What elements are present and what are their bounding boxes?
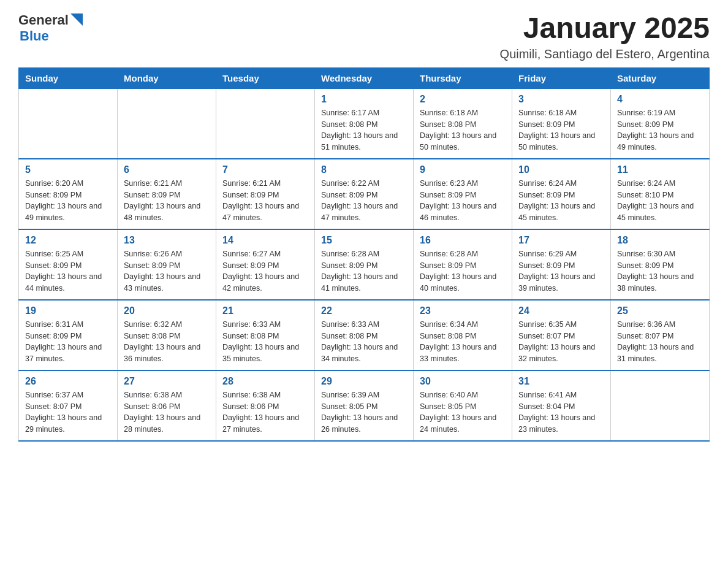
day-info: Sunrise: 6:21 AMSunset: 8:09 PMDaylight:… [124, 178, 210, 224]
calendar-cell-w4-d1: 19Sunrise: 6:31 AMSunset: 8:09 PMDayligh… [19, 300, 118, 370]
day-info: Sunrise: 6:33 AMSunset: 8:08 PMDaylight:… [321, 319, 407, 365]
calendar-cell-w2-d2: 6Sunrise: 6:21 AMSunset: 8:09 PMDaylight… [118, 159, 216, 229]
day-info: Sunrise: 6:32 AMSunset: 8:08 PMDaylight:… [124, 319, 210, 365]
day-number: 19 [25, 305, 111, 316]
day-number: 28 [222, 376, 308, 387]
day-info: Sunrise: 6:40 AMSunset: 8:05 PMDaylight:… [420, 389, 506, 435]
day-number: 1 [321, 94, 407, 105]
day-info: Sunrise: 6:37 AMSunset: 8:07 PMDaylight:… [25, 389, 111, 435]
day-info: Sunrise: 6:17 AMSunset: 8:08 PMDaylight:… [321, 107, 407, 153]
calendar-cell-w1-d1 [19, 88, 118, 159]
day-number: 20 [124, 305, 210, 316]
day-number: 14 [222, 235, 308, 246]
calendar-cell-w3-d4: 15Sunrise: 6:28 AMSunset: 8:09 PMDayligh… [315, 229, 414, 300]
calendar-cell-w1-d5: 2Sunrise: 6:18 AMSunset: 8:08 PMDaylight… [414, 88, 512, 159]
day-info: Sunrise: 6:41 AMSunset: 8:04 PMDaylight:… [518, 389, 604, 435]
calendar-week-4: 19Sunrise: 6:31 AMSunset: 8:09 PMDayligh… [19, 300, 710, 370]
svg-marker-0 [70, 13, 83, 26]
day-info: Sunrise: 6:36 AMSunset: 8:07 PMDaylight:… [617, 319, 703, 365]
calendar-cell-w2-d1: 5Sunrise: 6:20 AMSunset: 8:09 PMDaylight… [19, 159, 118, 229]
day-number: 13 [124, 235, 210, 246]
calendar-cell-w2-d4: 8Sunrise: 6:22 AMSunset: 8:09 PMDaylight… [315, 159, 414, 229]
day-number: 2 [420, 94, 506, 105]
day-info: Sunrise: 6:24 AMSunset: 8:10 PMDaylight:… [617, 178, 703, 224]
day-number: 16 [420, 235, 506, 246]
day-number: 23 [420, 305, 506, 316]
calendar-cell-w3-d6: 17Sunrise: 6:29 AMSunset: 8:09 PMDayligh… [512, 229, 611, 300]
day-number: 21 [222, 305, 308, 316]
calendar-cell-w4-d2: 20Sunrise: 6:32 AMSunset: 8:08 PMDayligh… [118, 300, 216, 370]
weekday-header-row: Sunday Monday Tuesday Wednesday Thursday… [19, 67, 710, 88]
day-number: 11 [617, 164, 703, 175]
calendar-cell-w2-d3: 7Sunrise: 6:21 AMSunset: 8:09 PMDaylight… [216, 159, 315, 229]
title-block: January 2025 Quimili, Santiago del Ester… [500, 12, 710, 61]
day-info: Sunrise: 6:24 AMSunset: 8:09 PMDaylight:… [518, 178, 604, 224]
day-number: 10 [518, 164, 604, 175]
day-number: 22 [321, 305, 407, 316]
day-number: 18 [617, 235, 703, 246]
day-info: Sunrise: 6:39 AMSunset: 8:05 PMDaylight:… [321, 389, 407, 435]
day-info: Sunrise: 6:22 AMSunset: 8:09 PMDaylight:… [321, 178, 407, 224]
calendar-cell-w2-d7: 11Sunrise: 6:24 AMSunset: 8:10 PMDayligh… [611, 159, 710, 229]
calendar-cell-w3-d2: 13Sunrise: 6:26 AMSunset: 8:09 PMDayligh… [118, 229, 216, 300]
calendar-cell-w2-d5: 9Sunrise: 6:23 AMSunset: 8:09 PMDaylight… [414, 159, 512, 229]
calendar-table: Sunday Monday Tuesday Wednesday Thursday… [18, 67, 710, 442]
calendar-cell-w1-d6: 3Sunrise: 6:18 AMSunset: 8:09 PMDaylight… [512, 88, 611, 159]
calendar-cell-w5-d5: 30Sunrise: 6:40 AMSunset: 8:05 PMDayligh… [414, 370, 512, 441]
day-info: Sunrise: 6:19 AMSunset: 8:09 PMDaylight:… [617, 107, 703, 153]
calendar-cell-w1-d7: 4Sunrise: 6:19 AMSunset: 8:09 PMDaylight… [611, 88, 710, 159]
day-number: 6 [124, 164, 210, 175]
calendar-cell-w4-d5: 23Sunrise: 6:34 AMSunset: 8:08 PMDayligh… [414, 300, 512, 370]
calendar-cell-w3-d5: 16Sunrise: 6:28 AMSunset: 8:09 PMDayligh… [414, 229, 512, 300]
logo-general: General [18, 12, 69, 28]
header-friday: Friday [512, 67, 611, 88]
day-number: 15 [321, 235, 407, 246]
day-info: Sunrise: 6:34 AMSunset: 8:08 PMDaylight:… [420, 319, 506, 365]
day-info: Sunrise: 6:21 AMSunset: 8:09 PMDaylight:… [222, 178, 308, 224]
day-info: Sunrise: 6:18 AMSunset: 8:09 PMDaylight:… [518, 107, 604, 153]
day-number: 17 [518, 235, 604, 246]
day-number: 8 [321, 164, 407, 175]
header-tuesday: Tuesday [216, 67, 315, 88]
calendar-week-3: 12Sunrise: 6:25 AMSunset: 8:09 PMDayligh… [19, 229, 710, 300]
day-number: 5 [25, 164, 111, 175]
page-header: General Blue January 2025 Quimili, Santi… [18, 12, 710, 61]
calendar-cell-w1-d3 [216, 88, 315, 159]
day-info: Sunrise: 6:28 AMSunset: 8:09 PMDaylight:… [420, 248, 506, 294]
calendar-cell-w4-d3: 21Sunrise: 6:33 AMSunset: 8:08 PMDayligh… [216, 300, 315, 370]
day-info: Sunrise: 6:33 AMSunset: 8:08 PMDaylight:… [222, 319, 308, 365]
day-info: Sunrise: 6:26 AMSunset: 8:09 PMDaylight:… [124, 248, 210, 294]
day-number: 30 [420, 376, 506, 387]
day-number: 7 [222, 164, 308, 175]
month-title: January 2025 [500, 12, 710, 45]
day-number: 29 [321, 376, 407, 387]
day-info: Sunrise: 6:18 AMSunset: 8:08 PMDaylight:… [420, 107, 506, 153]
day-info: Sunrise: 6:35 AMSunset: 8:07 PMDaylight:… [518, 319, 604, 365]
calendar-cell-w5-d4: 29Sunrise: 6:39 AMSunset: 8:05 PMDayligh… [315, 370, 414, 441]
day-info: Sunrise: 6:38 AMSunset: 8:06 PMDaylight:… [222, 389, 308, 435]
calendar-cell-w5-d1: 26Sunrise: 6:37 AMSunset: 8:07 PMDayligh… [19, 370, 118, 441]
calendar-cell-w5-d7 [611, 370, 710, 441]
day-info: Sunrise: 6:31 AMSunset: 8:09 PMDaylight:… [25, 319, 111, 365]
calendar-cell-w1-d4: 1Sunrise: 6:17 AMSunset: 8:08 PMDaylight… [315, 88, 414, 159]
calendar-cell-w4-d4: 22Sunrise: 6:33 AMSunset: 8:08 PMDayligh… [315, 300, 414, 370]
calendar-cell-w5-d6: 31Sunrise: 6:41 AMSunset: 8:04 PMDayligh… [512, 370, 611, 441]
day-info: Sunrise: 6:29 AMSunset: 8:09 PMDaylight:… [518, 248, 604, 294]
calendar-cell-w3-d7: 18Sunrise: 6:30 AMSunset: 8:09 PMDayligh… [611, 229, 710, 300]
calendar-cell-w2-d6: 10Sunrise: 6:24 AMSunset: 8:09 PMDayligh… [512, 159, 611, 229]
calendar-week-1: 1Sunrise: 6:17 AMSunset: 8:08 PMDaylight… [19, 88, 710, 159]
day-info: Sunrise: 6:28 AMSunset: 8:09 PMDaylight:… [321, 248, 407, 294]
day-number: 4 [617, 94, 703, 105]
logo: General Blue [18, 12, 83, 44]
header-sunday: Sunday [19, 67, 118, 88]
calendar-cell-w4-d6: 24Sunrise: 6:35 AMSunset: 8:07 PMDayligh… [512, 300, 611, 370]
header-monday: Monday [118, 67, 216, 88]
day-number: 25 [617, 305, 703, 316]
calendar-week-2: 5Sunrise: 6:20 AMSunset: 8:09 PMDaylight… [19, 159, 710, 229]
calendar-body: 1Sunrise: 6:17 AMSunset: 8:08 PMDaylight… [19, 88, 710, 441]
calendar-cell-w3-d3: 14Sunrise: 6:27 AMSunset: 8:09 PMDayligh… [216, 229, 315, 300]
day-number: 12 [25, 235, 111, 246]
header-thursday: Thursday [414, 67, 512, 88]
calendar-cell-w4-d7: 25Sunrise: 6:36 AMSunset: 8:07 PMDayligh… [611, 300, 710, 370]
day-info: Sunrise: 6:38 AMSunset: 8:06 PMDaylight:… [124, 389, 210, 435]
